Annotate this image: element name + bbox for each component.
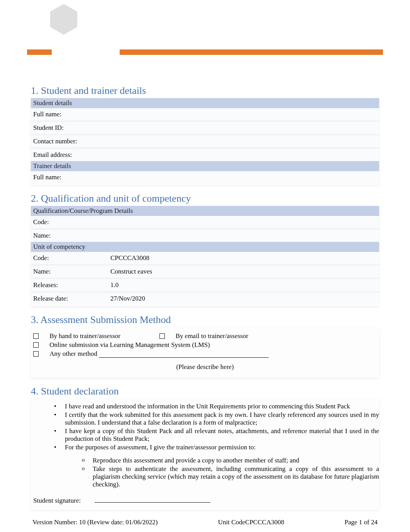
- qual-code-label: Code:: [31, 216, 108, 229]
- section-qualification: 2. Qualification and unit of competency …: [31, 193, 379, 306]
- declaration-bullet-2: I certify that the work submitted for th…: [54, 411, 379, 427]
- page-footer: Version Number: 10 (Review date: 01/06/2…: [31, 518, 379, 526]
- other-label: Any other method: [49, 350, 97, 358]
- unit-code-value: CPCCCA3008: [108, 252, 379, 265]
- declaration-bullet-1: I have read and understood the informati…: [54, 403, 379, 410]
- releases-label: Releases:: [31, 279, 108, 292]
- section-3-title: 3. Assessment Submission Method: [31, 314, 379, 326]
- reldate-value: 27/Nov/2020: [108, 292, 379, 305]
- footer-unitcode: Unit CodeCPCCCA3008: [218, 518, 284, 526]
- submission-row-2: Online submission via Learning Managemen…: [33, 341, 377, 349]
- submission-row-3: Any other method: [33, 350, 377, 358]
- header-faded-text: [217, 33, 379, 48]
- contact-label: Contact number:: [31, 135, 108, 149]
- section-1-title: 1. Student and trainer details: [31, 85, 379, 97]
- checkbox-other[interactable]: [33, 351, 39, 357]
- signature-line[interactable]: [95, 502, 210, 503]
- studentid-label: Student ID:: [31, 122, 108, 135]
- declaration-subbullets: Reproduce this assessment and provide a …: [65, 457, 379, 488]
- declaration-subbullet-2: Take steps to authenticate the assessmen…: [82, 465, 379, 488]
- trainer-details-header: Trainer details: [31, 161, 379, 171]
- declaration-bullet-4: For the purposes of assessment, I give t…: [54, 444, 379, 488]
- checkbox-online[interactable]: [33, 342, 39, 348]
- checkbox-by-email[interactable]: [159, 333, 165, 339]
- other-method-input[interactable]: [99, 357, 269, 358]
- trainer-details-table: Full name:: [31, 171, 379, 184]
- reldate-label: Release date:: [31, 292, 108, 305]
- unit-table: Code: CPCCCA3008 Name: Construct eaves R…: [31, 252, 379, 305]
- declaration-subbullet-1: Reproduce this assessment and provide a …: [82, 457, 379, 464]
- accent-bar-large: [120, 49, 383, 55]
- signature-row: Student signature:: [33, 497, 379, 505]
- contact-value[interactable]: [108, 135, 379, 149]
- unit-name-value: Construct eaves: [108, 265, 379, 279]
- declaration-bullet-3: I have kept a copy of this Student Pack …: [54, 427, 379, 443]
- student-details-table: Full name: Student ID: Contact number: E…: [31, 108, 379, 161]
- describe-hint: (Please describe here): [31, 363, 379, 371]
- fullname-value[interactable]: [108, 108, 379, 122]
- accent-bar-small: [27, 49, 52, 55]
- section-4-title: 4. Student declaration: [31, 386, 379, 397]
- unit-code-label: Code:: [31, 252, 108, 265]
- qualification-table: Code: Name:: [31, 216, 379, 242]
- student-details-header: Student details: [31, 98, 379, 108]
- section-submission-method: 3. Assessment Submission Method By hand …: [31, 314, 379, 378]
- email-value[interactable]: [108, 149, 379, 161]
- section-2-title: 2. Qualification and unit of competency: [31, 193, 379, 204]
- releases-value: 1.0: [108, 279, 379, 292]
- email-label: Email address:: [31, 149, 108, 161]
- unit-header: Unit of competency: [31, 242, 379, 252]
- submission-row-1: By hand to trainer/assessor By email to …: [33, 332, 377, 340]
- trainer-fullname-value[interactable]: [108, 171, 379, 184]
- qual-name-label: Name:: [31, 229, 108, 242]
- footer-page: Page 1 of 24: [345, 518, 378, 526]
- declaration-bullets: I have read and understood the informati…: [31, 403, 379, 488]
- checkbox-by-hand[interactable]: [33, 333, 39, 339]
- signature-label: Student signature:: [33, 497, 81, 504]
- fullname-label: Full name:: [31, 108, 108, 122]
- section-student-trainer: 1. Student and trainer details Student d…: [31, 85, 379, 185]
- online-label: Online submission via Learning Managemen…: [49, 341, 210, 349]
- by-email-label: By email to trainer/assessor: [176, 332, 248, 340]
- page-header: [0, 0, 410, 66]
- studentid-value[interactable]: [108, 122, 379, 135]
- by-hand-label: By hand to trainer/assessor: [49, 332, 150, 340]
- footer-version: Version Number: 10 (Review date: 01/06/2…: [32, 518, 158, 526]
- shield-icon: [50, 4, 77, 35]
- section-declaration: 4. Student declaration I have read and u…: [31, 386, 379, 510]
- qual-code-value[interactable]: [108, 216, 379, 229]
- unit-name-label: Name:: [31, 265, 108, 279]
- qual-name-value[interactable]: [108, 229, 379, 242]
- declaration-bullet-4-text: For the purposes of assessment, I give t…: [65, 444, 256, 451]
- qualification-header: Qualification/Course/Program Details: [31, 206, 379, 216]
- trainer-fullname-label: Full name:: [31, 171, 108, 184]
